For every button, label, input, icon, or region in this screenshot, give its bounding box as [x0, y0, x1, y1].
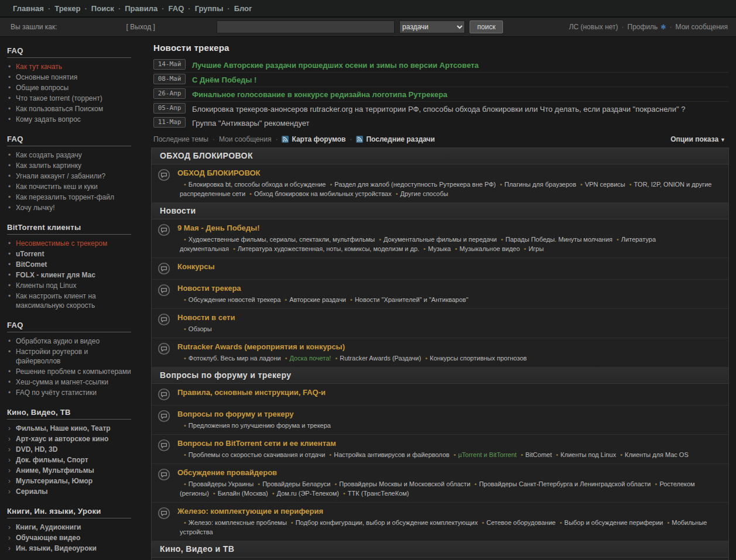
sidebar-link[interactable]: Хеш-сумма и магнет-ссылки: [16, 377, 108, 387]
category-header[interactable]: Кино, Видео и ТВ: [152, 541, 728, 558]
search-button[interactable]: поиск: [470, 20, 503, 33]
user-link[interactable]: ЛС (новых нет): [569, 23, 618, 31]
sidebar-link[interactable]: Хочу лычку!: [16, 203, 54, 212]
subforum-link[interactable]: ТТК (ТрансТелеКом): [348, 490, 409, 497]
sidebar-link[interactable]: Как пользоваться Поиском: [16, 104, 103, 114]
display-options-button[interactable]: Опции показа▼: [670, 135, 725, 143]
subforum-link[interactable]: Обсуждение новостей трекера: [189, 296, 280, 303]
forum-link[interactable]: Железо: комплектующие и периферия: [177, 507, 323, 516]
subforum-link[interactable]: Провайдеры Санкт-Петербурга и Ленинградс…: [479, 480, 651, 487]
subforum-link[interactable]: Игры: [529, 245, 544, 252]
subforum-link[interactable]: Выбор и обсуждение периферии: [564, 519, 663, 526]
news-date-chip[interactable]: 14-Май: [153, 59, 186, 70]
toolbar-link[interactable]: Мои сообщения: [219, 135, 271, 143]
subforum-link[interactable]: Парады Победы. Минуты молчания: [505, 236, 612, 243]
sidebar-link[interactable]: Что такое torrent (торрент): [16, 94, 102, 103]
subforum-link[interactable]: Подбор конфигурации, выбор и обсуждение …: [296, 519, 478, 526]
news-date-chip[interactable]: 11-Мар: [153, 117, 186, 128]
sidebar-link[interactable]: Фильмы, Наше кино, Театр: [16, 424, 111, 433]
subforum-link[interactable]: Билайн (Москва): [218, 490, 268, 497]
topnav-link[interactable]: Поиск: [91, 4, 114, 13]
forum-link[interactable]: Новости трекера: [177, 284, 241, 293]
sidebar-link[interactable]: Арт-хаус и авторское кино: [16, 434, 108, 444]
subforum-link[interactable]: VPN сервисы: [585, 181, 625, 188]
topnav-link[interactable]: Главная: [13, 4, 44, 13]
sidebar-link[interactable]: Несовместимые с трекером: [16, 239, 107, 248]
subforum-link[interactable]: BitComet: [525, 451, 552, 458]
category-header[interactable]: ОБХОД БЛОКИРОВОК: [152, 148, 728, 164]
topnav-link[interactable]: Блог: [234, 4, 252, 13]
news-link[interactable]: Финальное голосование в конкурсе редизай…: [192, 88, 447, 99]
forum-link[interactable]: Вопросы по форуму и трекеру: [177, 410, 293, 418]
news-date-chip[interactable]: 05-Апр: [153, 103, 186, 114]
forum-link[interactable]: Новости в сети: [177, 313, 235, 322]
sidebar-link[interactable]: Угнали аккаунт / забанили?: [16, 171, 105, 181]
sidebar-link[interactable]: BitComet: [16, 260, 47, 269]
subforum-link[interactable]: Клиенты под Linux: [560, 451, 616, 458]
forum-link[interactable]: Правила, основные инструкции, FAQ-и: [177, 388, 326, 397]
subforum-link[interactable]: Авторские раздачи: [289, 296, 346, 303]
sidebar-link[interactable]: Основные понятия: [16, 73, 77, 82]
sidebar-link[interactable]: Кому задать вопрос: [16, 115, 81, 124]
sidebar-link[interactable]: Как почистить кеш и куки: [16, 182, 98, 191]
toolbar-link[interactable]: Последние темы: [153, 135, 208, 143]
subforum-link[interactable]: Провайдеры Беларуси: [262, 480, 330, 487]
sidebar-link[interactable]: Ин. языки, Видеоуроки: [16, 544, 97, 553]
sidebar-link[interactable]: Как настроить клиент на максимальную ско…: [16, 291, 131, 310]
subforum-link[interactable]: Обход блокировок на мобильных устройства…: [254, 190, 392, 197]
subforum-link[interactable]: Сетевое оборудование: [487, 519, 556, 526]
news-date-chip[interactable]: 26-Апр: [153, 88, 186, 99]
sidebar-link[interactable]: uTorrent: [16, 249, 44, 259]
sidebar-link[interactable]: Док. фильмы, Спорт: [16, 455, 88, 465]
subforum-link[interactable]: Плагины для браузеров: [505, 181, 577, 188]
sidebar-link[interactable]: Общие вопросы: [16, 83, 69, 92]
sidebar-link[interactable]: Обучающее видео: [16, 533, 80, 542]
subforum-link[interactable]: Другие способы: [400, 190, 449, 197]
news-link[interactable]: Группа "Антиквары" рекомендует: [192, 117, 310, 128]
sidebar-link[interactable]: Как залить картинку: [16, 161, 81, 170]
topnav-link[interactable]: Правила: [125, 4, 158, 13]
subforum-link[interactable]: Блокировка bt, способы обхода и обсужден…: [189, 181, 326, 188]
subforum-link[interactable]: Провайдеры Украины: [189, 480, 254, 487]
search-input[interactable]: [217, 20, 395, 33]
category-header[interactable]: Вопросы по форуму и трекеру: [152, 367, 728, 384]
subforum-link[interactable]: Клиенты для Mac OS: [625, 451, 689, 458]
news-date-chip[interactable]: 08-Май: [153, 74, 186, 84]
subforum-link[interactable]: Музыкальное видео: [460, 245, 520, 252]
subforum-link[interactable]: Провайдеры Москвы и Московской области: [339, 480, 470, 487]
sidebar-link[interactable]: FOLX - клиент для Mac: [16, 270, 95, 280]
sidebar-link[interactable]: Книги, Аудиокниги: [16, 523, 81, 532]
news-link[interactable]: Блокировка трекеров-анонсеров rutracker.…: [192, 103, 685, 114]
sidebar-link[interactable]: Мультсериалы, Юмор: [16, 476, 93, 486]
sidebar-link[interactable]: Настройки роутеров и файерволлов: [16, 347, 131, 366]
sidebar-link[interactable]: FAQ по учёту статистики: [16, 388, 97, 397]
search-scope-select[interactable]: раздачи: [399, 20, 465, 33]
forum-link[interactable]: Вопросы по BitTorrent сети и ее клиентам: [177, 439, 336, 448]
forum-link[interactable]: Обсуждение провайдеров: [177, 468, 277, 477]
subforum-link[interactable]: Раздел для жалоб (недоступность Рутрекер…: [334, 181, 495, 188]
sidebar-link[interactable]: DVD, HD, 3D: [16, 445, 57, 454]
subforum-link[interactable]: Литература художественная, ноты, комиксы…: [238, 245, 419, 252]
category-header[interactable]: Новости: [152, 203, 728, 219]
user-link[interactable]: Мои сообщения: [676, 23, 728, 31]
sidebar-link[interactable]: Как тут качать: [16, 62, 62, 71]
subforum-link[interactable]: Rutracker Awards (Раздачи): [340, 355, 421, 362]
user-link[interactable]: Профиль: [628, 23, 658, 31]
subforum-link[interactable]: Обзоры: [189, 325, 212, 332]
theme-toggle-icon[interactable]: ✻: [660, 23, 666, 31]
subforum-link[interactable]: Дом.ru (ЭР-Телеком): [277, 490, 339, 497]
subforum-link[interactable]: µTorrent и BitTorrent: [458, 451, 516, 458]
subforum-link[interactable]: Художественные фильмы, сериалы, спектакл…: [189, 236, 375, 243]
subforum-link[interactable]: Предложения по улучшению форума и трекер…: [189, 422, 331, 429]
subforum-link[interactable]: Музыка: [428, 245, 451, 252]
toolbar-link[interactable]: Карта форумов: [292, 135, 345, 143]
forum-link[interactable]: Конкурсы: [177, 262, 215, 271]
subforum-link[interactable]: Доска почета!: [290, 355, 331, 362]
news-link[interactable]: Лучшие Авторские раздачи прошедших осени…: [192, 59, 479, 70]
sidebar-link[interactable]: Как создать раздачу: [16, 150, 82, 160]
topnav-link[interactable]: Трекер: [54, 4, 80, 13]
sidebar-link[interactable]: Как перезалить торрент-файл: [16, 193, 114, 202]
sidebar-link[interactable]: Сериалы: [16, 487, 48, 496]
forum-link[interactable]: 9 Мая - День Победы!: [177, 224, 260, 232]
topnav-link[interactable]: Группы: [195, 4, 224, 13]
